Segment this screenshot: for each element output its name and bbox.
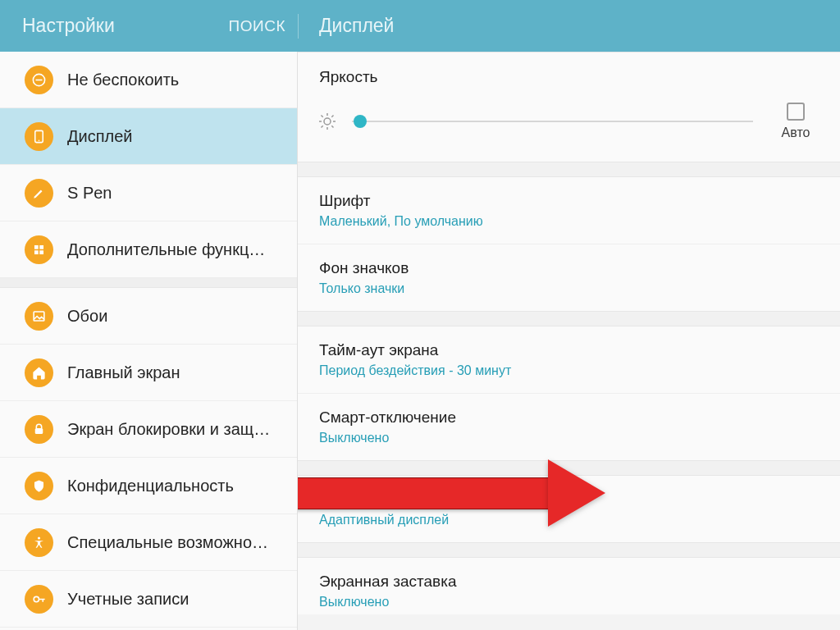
svg-point-11 — [34, 596, 39, 601]
font-group: Шрифт Маленький, По умолчанию Фон значко… — [298, 176, 840, 312]
sidebar: Не беспокоить Дисплей S Pen Дополнительн… — [0, 52, 298, 630]
row-title: Экранная заставка — [319, 573, 819, 591]
sidebar-item-label: Дополнительные функц… — [67, 240, 265, 259]
detail-pane-title: Дисплей — [319, 15, 394, 37]
sidebar-item-dnd[interactable]: Не беспокоить — [0, 52, 297, 108]
detail-pane: Яркость Авто Шрифт Ма — [298, 52, 840, 630]
brightness-sun-icon — [317, 112, 337, 131]
lock-icon — [25, 415, 53, 444]
display-icon — [25, 122, 53, 151]
slider-thumb[interactable] — [354, 115, 367, 128]
row-sub: Маленький, По умолчанию — [319, 214, 819, 229]
svg-rect-5 — [39, 244, 43, 249]
privacy-icon — [25, 472, 53, 500]
slider-track — [352, 121, 753, 122]
svg-point-10 — [38, 536, 40, 539]
svg-rect-4 — [34, 244, 39, 249]
brightness-slider[interactable] — [352, 112, 753, 131]
row-sub: Выключено — [319, 431, 819, 445]
top-bar: Настройки ПОИСК Дисплей — [0, 0, 840, 52]
svg-rect-6 — [34, 250, 39, 254]
row-icon-background[interactable]: Фон значков Только значки — [298, 244, 840, 311]
svg-line-18 — [331, 126, 333, 127]
dnd-icon — [25, 66, 53, 94]
screensaver-group: Экранная заставка Выключено — [298, 557, 840, 614]
gap — [298, 543, 840, 557]
wallpaper-icon — [25, 302, 53, 331]
row-title: Смарт-отключение — [319, 409, 819, 427]
mode-group: Режим экрана Адаптивный дисплей — [298, 475, 840, 543]
auto-brightness-label: Авто — [782, 126, 810, 140]
sidebar-gap — [0, 278, 297, 288]
sidebar-item-advanced[interactable]: Дополнительные функц… — [0, 221, 297, 278]
sidebar-item-label: Дисплей — [67, 127, 133, 146]
sidebar-item-privacy[interactable]: Конфиденциальность — [0, 458, 297, 514]
sidebar-item-wallpaper[interactable]: Обои — [0, 288, 297, 345]
svg-line-20 — [331, 116, 333, 117]
sidebar-item-home[interactable]: Главный экран — [0, 345, 297, 401]
row-title: Шрифт — [319, 192, 819, 210]
sidebar-item-label: Учетные записи — [67, 590, 189, 609]
svg-rect-7 — [39, 250, 43, 254]
row-screen-mode[interactable]: Режим экрана Адаптивный дисплей — [298, 476, 840, 542]
row-title: Тайм-аут экрана — [319, 341, 819, 359]
svg-rect-9 — [35, 427, 43, 433]
svg-rect-8 — [34, 311, 44, 320]
settings-screen: Настройки ПОИСК Дисплей Не беспокоить Ди… — [0, 0, 840, 630]
auto-brightness[interactable]: Авто — [771, 103, 820, 140]
row-smart-stay[interactable]: Смарт-отключение Выключено — [298, 394, 840, 460]
home-icon — [25, 358, 53, 387]
svg-line-19 — [322, 126, 323, 127]
app-title: Настройки — [22, 15, 115, 37]
row-title: Фон значков — [319, 259, 819, 277]
body: Не беспокоить Дисплей S Pen Дополнительн… — [0, 52, 840, 630]
top-bar-left: Настройки ПОИСК — [0, 0, 298, 52]
row-sub: Период бездействия - 30 минут — [319, 363, 819, 378]
accessibility-icon — [25, 528, 53, 557]
sidebar-item-spen[interactable]: S Pen — [0, 165, 297, 221]
row-sub: Только значки — [319, 281, 819, 296]
sidebar-item-label: Экран блокировки и защ… — [67, 420, 270, 439]
sidebar-item-label: Конфиденциальность — [67, 477, 234, 495]
gap — [298, 312, 840, 326]
row-title: Режим экрана — [319, 491, 819, 509]
pen-icon — [25, 179, 53, 208]
svg-point-12 — [324, 118, 331, 125]
row-font[interactable]: Шрифт Маленький, По умолчанию — [298, 177, 840, 244]
top-bar-right: Дисплей — [299, 15, 840, 37]
sidebar-item-label: Обои — [67, 307, 107, 326]
sidebar-item-label: Главный экран — [67, 363, 180, 382]
svg-line-17 — [322, 116, 323, 117]
brightness-label: Яркость — [298, 52, 840, 94]
sidebar-item-label: S Pen — [67, 184, 112, 203]
row-screensaver[interactable]: Экранная заставка Выключено — [298, 558, 840, 614]
advanced-icon — [25, 235, 53, 264]
brightness-row: Авто — [298, 94, 840, 162]
sidebar-item-lockscreen[interactable]: Экран блокировки и защ… — [0, 401, 297, 458]
row-screen-timeout[interactable]: Тайм-аут экрана Период бездействия - 30 … — [298, 326, 840, 394]
sidebar-item-accounts[interactable]: Учетные записи — [0, 571, 297, 628]
sidebar-item-label: Не беспокоить — [67, 71, 179, 89]
sidebar-item-display[interactable]: Дисплей — [0, 108, 297, 165]
gap — [298, 461, 840, 475]
key-icon — [25, 585, 53, 614]
svg-point-3 — [39, 139, 40, 141]
auto-brightness-checkbox[interactable] — [787, 103, 805, 121]
search-button[interactable]: ПОИСК — [229, 17, 285, 35]
row-sub: Выключено — [319, 595, 819, 609]
svg-rect-1 — [36, 79, 43, 80]
sidebar-item-accessibility[interactable]: Специальные возможно… — [0, 514, 297, 571]
row-sub: Адаптивный дисплей — [319, 513, 819, 527]
gap — [298, 162, 840, 176]
timeout-group: Тайм-аут экрана Период бездействия - 30 … — [298, 326, 840, 461]
sidebar-item-label: Специальные возможно… — [67, 533, 268, 552]
